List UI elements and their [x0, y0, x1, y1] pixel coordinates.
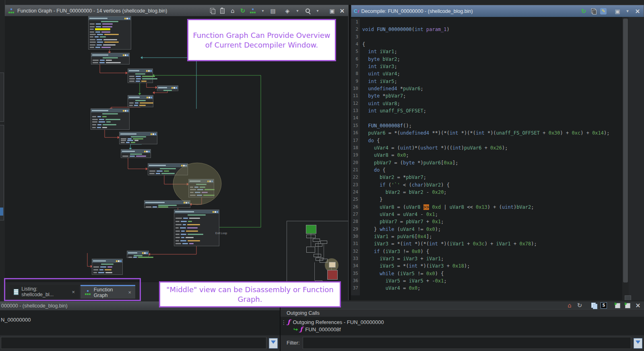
code-line[interactable]: while (iVar5 != 0x0) { — [362, 270, 620, 277]
function-graph-titlebar[interactable]: Function Graph - FUN_00000000 - 14 verti… — [5, 5, 348, 17]
left-edge-subpanel2 — [0, 125, 4, 220]
code-line[interactable]: pbVar7 = pbVar7 + 0x1; — [362, 218, 620, 225]
decompiler-code-area[interactable]: 1234567891011121314151617181920212223242… — [351, 17, 644, 300]
graph-node[interactable] — [128, 69, 153, 83]
sep — [324, 7, 326, 15]
code-line[interactable]: } while (uVar4 != 0x0); — [362, 226, 620, 233]
paste-icon[interactable] — [219, 7, 226, 15]
snapshot-icon[interactable]: ▣ — [614, 8, 621, 15]
refresh-icon[interactable]: ↻ — [576, 302, 583, 309]
magnifier-icon[interactable] — [304, 7, 311, 15]
code-line[interactable]: if (iVar3 != 0x0) { — [362, 248, 620, 255]
code-line[interactable]: uint uVar8; — [362, 100, 620, 107]
sep — [279, 7, 281, 15]
code-line[interactable]: { — [362, 41, 620, 48]
relayout-dropdown-icon[interactable]: ▾ — [259, 7, 266, 15]
code-line[interactable]: puVar6 = *(undefined4 **)(*(int *)(*(int… — [362, 129, 620, 137]
home-icon[interactable]: ⌂ — [229, 7, 236, 15]
left-edge-blue-icon[interactable] — [0, 208, 3, 216]
code-line[interactable]: iVar5 = *(int *)(iVar3 + 0x18); — [362, 262, 620, 270]
graph-node[interactable] — [188, 179, 214, 197]
edit-icon[interactable]: ✎ — [600, 8, 607, 15]
graph-node[interactable] — [128, 95, 153, 107]
refresh-icon[interactable]: ↻ — [239, 7, 246, 15]
code-line[interactable]: iVar5 = iVar5 + -0x1; — [362, 277, 620, 285]
scrollbar-thumb[interactable] — [623, 19, 628, 282]
code-line[interactable]: uVar8 = (uVar8 >> 0xd | uVar8 << 0x13) +… — [362, 204, 620, 211]
code-line[interactable]: do { — [362, 166, 620, 174]
snapshot-icon[interactable]: ▣ — [328, 7, 336, 15]
relayout-icon[interactable] — [249, 7, 256, 15]
code-line[interactable]: void FUN_00000000(int param_1) — [362, 26, 620, 33]
line-number: 3 — [351, 33, 358, 41]
code-line[interactable]: int iVar1; — [362, 48, 620, 55]
code-line[interactable] — [362, 19, 620, 26]
refresh-icon[interactable]: ↻ — [580, 8, 587, 15]
graph-node[interactable] — [121, 149, 151, 158]
graph-node[interactable] — [119, 132, 157, 144]
import-selection-icon[interactable] — [624, 302, 632, 309]
scrollbar-corner[interactable] — [625, 295, 631, 300]
code-line[interactable]: bVar2 = bVar2 - 0x20; — [362, 189, 620, 196]
graph-node[interactable] — [144, 200, 190, 208]
dropdown-icon[interactable]: ▾ — [624, 8, 631, 15]
graph-node[interactable] — [174, 210, 219, 246]
left-filter-input[interactable] — [1, 337, 266, 349]
outgoing-filter-icon[interactable] — [634, 338, 642, 349]
function-tree-item[interactable]: N_00000000 — [1, 317, 31, 323]
satellite-edge — [314, 262, 315, 281]
code-line[interactable]: pbVar7 = (byte *)puVar6[0xa]; — [362, 159, 620, 166]
graph-node[interactable] — [148, 163, 188, 175]
left-filter-icon[interactable] — [269, 338, 278, 349]
reset-dropdown-icon[interactable]: ▾ — [294, 7, 301, 15]
copy-icon[interactable] — [209, 7, 216, 15]
code-line[interactable]: uVar4 = (uint)*(ushort *)((int)puVar6 + … — [362, 144, 620, 152]
code-line[interactable]: int unaff_FS_OFFSET; — [362, 107, 620, 114]
filter-label: Filter: — [287, 340, 300, 346]
decompiler-scrollbar[interactable] — [622, 17, 629, 300]
count-badge[interactable]: 5 — [601, 302, 607, 309]
code-line[interactable]: byte *pbVar7; — [362, 92, 620, 100]
outgoing-filter-input[interactable] — [303, 337, 631, 349]
close-icon[interactable]: × — [634, 302, 642, 309]
graph-node[interactable] — [91, 53, 130, 64]
code-line[interactable]: byte bVar2; — [362, 56, 620, 63]
graph-node[interactable] — [92, 259, 123, 275]
import-icon[interactable] — [614, 302, 621, 309]
code-line[interactable]: uint uVar4; — [362, 70, 620, 77]
reset-view-icon[interactable]: ◈ — [284, 7, 291, 15]
line-number: 6 — [351, 56, 358, 63]
code-line[interactable]: iVar1 = puVar6[0x4]; — [362, 233, 620, 240]
decompiled-source[interactable]: void FUN_00000000(int param_1) { int iVa… — [362, 19, 620, 292]
code-line[interactable]: bVar2 = *pbVar7; — [362, 174, 620, 181]
home-icon[interactable]: ⌂ — [566, 302, 573, 309]
magnifier-dropdown-icon[interactable]: ▾ — [314, 7, 321, 15]
code-line[interactable]: iVar3 = iVar3 + iVar1; — [362, 255, 620, 262]
decompile-titlebar[interactable]: Cf Decompile: FUN_00000000 - (shellcode_… — [351, 5, 644, 17]
code-line[interactable]: undefined4 *puVar6; — [362, 85, 620, 92]
block-view-icon[interactable]: ▤ — [269, 7, 277, 15]
tree-row-outgoing-references[interactable]: ƒ Outgoing References - FUN_00000000 — [287, 318, 384, 326]
code-line[interactable] — [362, 114, 620, 122]
graph-node[interactable] — [88, 16, 131, 50]
code-line[interactable]: if ('`' < (char)bVar2) { — [362, 181, 620, 189]
graph-node[interactable] — [91, 108, 130, 130]
code-line[interactable]: do { — [362, 137, 620, 144]
code-line[interactable]: int iVar3; — [362, 63, 620, 70]
code-line[interactable]: uVar4 = uVar4 - 0x1; — [362, 211, 620, 218]
close-icon[interactable]: × — [634, 8, 641, 15]
graph-node[interactable] — [157, 85, 178, 91]
code-line[interactable]: uVar4 = 0x0; — [362, 285, 620, 292]
tree-row-fun-0000008f[interactable]: ↪ ƒ FUN_0000008f — [293, 326, 341, 333]
close-icon[interactable]: × — [339, 7, 346, 15]
pages-icon[interactable] — [590, 302, 598, 309]
code-line[interactable]: } — [362, 196, 620, 203]
code-line[interactable]: FUN_0000008f(); — [362, 122, 620, 129]
code-line[interactable]: uVar8 = 0x0; — [362, 152, 620, 159]
drag-handle[interactable]: ⋮ — [281, 319, 287, 326]
code-line[interactable]: iVar3 = *(int *)(*(int *)(iVar1 + 0x3c) … — [362, 240, 620, 247]
code-line[interactable]: int iVar5; — [362, 78, 620, 85]
graph-node[interactable] — [127, 251, 149, 258]
code-line[interactable] — [362, 33, 620, 41]
copy-icon[interactable] — [590, 8, 597, 15]
